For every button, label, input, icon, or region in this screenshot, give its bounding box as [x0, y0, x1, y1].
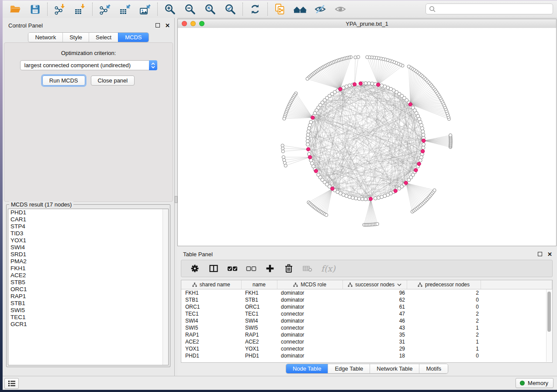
table-scrollbar[interactable] — [546, 289, 552, 362]
save-session-icon[interactable] — [28, 3, 42, 16]
table-cell[interactable]: 46 — [343, 317, 407, 324]
table-scrollbar-thumb[interactable] — [547, 292, 551, 332]
show-column-panel-icon[interactable] — [208, 263, 219, 274]
mcds-result-item[interactable]: RAP1 — [8, 293, 168, 300]
table-cell[interactable]: 35 — [343, 331, 407, 338]
result-list-scrollbar[interactable] — [163, 209, 168, 365]
table-cell[interactable]: dominator — [277, 296, 343, 303]
close-panel-icon[interactable]: ✕ — [165, 23, 170, 28]
close-panel-button[interactable]: Close panel — [91, 76, 135, 86]
export-network-icon[interactable] — [98, 3, 111, 16]
table-cell[interactable]: dominator — [277, 303, 343, 310]
table-cell[interactable]: 1 — [407, 338, 481, 345]
tab-style[interactable]: Style — [62, 33, 89, 42]
table-row[interactable]: SWI5SWI5connector431 — [181, 324, 552, 331]
mcds-result-item[interactable]: YOX1 — [8, 237, 168, 244]
column-header-successor-nodes[interactable]: successor nodes — [343, 280, 407, 289]
network-frame-titlebar[interactable]: YPA_prune.txt_1 — [178, 19, 556, 28]
table-row[interactable]: PHD1PHD1dominator180 — [181, 352, 552, 359]
table-row[interactable]: SWI4SWI4dominator462 — [181, 317, 552, 324]
mcds-result-item[interactable]: PHD1 — [8, 209, 168, 216]
table-cell[interactable]: SWI4 — [241, 317, 277, 324]
copy-current-style-icon[interactable] — [273, 3, 287, 16]
column-header-mcds-role[interactable]: MCDS role — [277, 280, 343, 289]
tab-edge-table[interactable]: Edge Table — [328, 364, 370, 373]
float-panel-icon[interactable] — [156, 23, 160, 28]
memory-button[interactable]: Memory — [515, 378, 554, 388]
column-header-shared-name[interactable]: shared name — [181, 280, 241, 289]
mcds-result-item[interactable]: GCR1 — [8, 321, 168, 328]
table-row[interactable]: FKH1FKH1dominator962 — [181, 289, 552, 297]
table-cell[interactable]: FKH1 — [181, 289, 241, 297]
mcds-result-item[interactable]: ACE2 — [8, 272, 168, 279]
table-cell[interactable]: 62 — [343, 296, 407, 303]
table-cell[interactable]: 2 — [407, 317, 481, 324]
table-cell[interactable]: 1 — [407, 324, 481, 331]
table-row[interactable]: TEC1TEC1connector472 — [181, 310, 552, 317]
table-cell[interactable]: SWI5 — [241, 324, 277, 331]
table-cell[interactable]: RAP1 — [181, 331, 241, 338]
create-column-icon[interactable] — [265, 263, 275, 274]
mcds-result-item[interactable]: PMA2 — [8, 258, 168, 265]
table-cell[interactable]: STB1 — [181, 296, 241, 303]
table-cell[interactable]: YOX1 — [181, 345, 241, 352]
table-cell[interactable]: connector — [277, 345, 343, 352]
table-cell[interactable]: 29 — [343, 345, 407, 352]
table-cell[interactable]: 0 — [407, 352, 481, 359]
mcds-result-item[interactable]: STP4 — [8, 223, 168, 230]
column-header-name[interactable]: name — [241, 280, 277, 289]
export-image-icon[interactable] — [138, 3, 152, 16]
table-row[interactable]: ORC1ORC1dominator610 — [181, 303, 552, 310]
table-row[interactable]: RAP1RAP1dominator352 — [181, 331, 552, 338]
table-row[interactable]: YOX1YOX1connector291 — [181, 345, 552, 352]
search-box[interactable] — [426, 3, 553, 14]
zoom-fit-icon[interactable] — [204, 3, 217, 16]
network-canvas[interactable] — [178, 28, 556, 246]
mcds-result-item[interactable]: CAR1 — [8, 216, 168, 223]
table-cell[interactable]: YOX1 — [241, 345, 277, 352]
task-history-button[interactable] — [4, 378, 19, 389]
table-cell[interactable]: PHD1 — [181, 352, 241, 359]
table-cell[interactable]: dominator — [277, 331, 343, 338]
tab-network[interactable]: Network — [28, 33, 62, 42]
table-cell[interactable]: RAP1 — [241, 331, 277, 338]
table-cell[interactable]: 47 — [343, 310, 407, 317]
show-all-icon[interactable] — [334, 3, 347, 16]
mcds-result-item[interactable]: FKH1 — [8, 265, 168, 272]
close-table-panel-icon[interactable]: ✕ — [547, 251, 552, 257]
table-cell[interactable]: ACE2 — [241, 338, 277, 345]
table-cell[interactable]: connector — [277, 338, 343, 345]
tab-select[interactable]: Select — [89, 33, 118, 42]
table-cell[interactable]: 96 — [343, 289, 407, 297]
table-cell[interactable]: 18 — [343, 352, 407, 359]
mcds-result-item[interactable]: SWI5 — [8, 307, 168, 314]
table-cell[interactable]: dominator — [277, 317, 343, 324]
table-cell[interactable]: 0 — [407, 303, 481, 310]
zoom-selected-icon[interactable] — [224, 3, 237, 16]
tab-motifs[interactable]: Motifs — [419, 364, 448, 373]
table-cell[interactable]: connector — [277, 324, 343, 331]
mcds-result-item[interactable]: SWI4 — [8, 244, 168, 251]
zoom-in-icon[interactable] — [163, 3, 176, 16]
tab-network-table[interactable]: Network Table — [370, 364, 419, 373]
mcds-result-item[interactable]: TEC1 — [8, 314, 168, 321]
table-cell[interactable]: 31 — [343, 338, 407, 345]
table-cell[interactable]: 2 — [407, 289, 481, 297]
mcds-result-item[interactable]: SRD1 — [8, 251, 168, 258]
table-cell[interactable]: PHD1 — [241, 352, 277, 359]
mcds-result-item[interactable]: TID3 — [8, 230, 168, 237]
import-table-icon[interactable] — [73, 3, 86, 16]
first-neighbors-icon[interactable] — [294, 3, 307, 16]
table-cell[interactable]: dominator — [277, 289, 343, 297]
table-cell[interactable]: ORC1 — [181, 303, 241, 310]
table-cell[interactable]: ACE2 — [181, 338, 241, 345]
table-settings-gear-icon[interactable] — [190, 263, 200, 274]
table-cell[interactable]: TEC1 — [181, 310, 241, 317]
import-network-icon[interactable] — [53, 3, 66, 16]
table-cell[interactable]: 43 — [343, 324, 407, 331]
tab-mcds[interactable]: MCDS — [118, 33, 148, 42]
table-cell[interactable]: 2 — [407, 331, 481, 338]
mcds-result-item[interactable]: STB5 — [8, 279, 168, 286]
table-cell[interactable]: connector — [277, 310, 343, 317]
mcds-result-list[interactable]: PHD1CAR1STP4TID3YOX1SWI4SRD1PMA2FKH1ACE2… — [8, 209, 169, 365]
